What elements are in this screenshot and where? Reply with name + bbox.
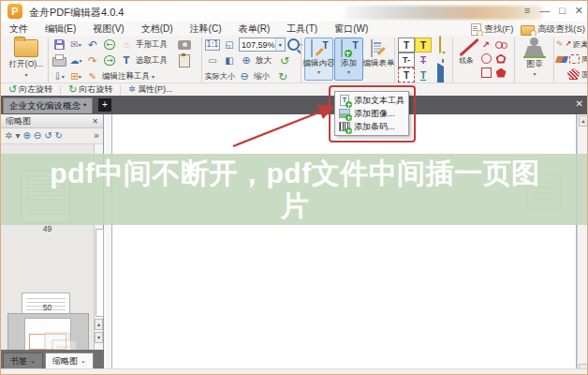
menu-edit[interactable]: 编辑(E) [37, 22, 84, 36]
bookmarks-tab[interactable]: 书签 ⌄ [3, 352, 43, 368]
page-number-49: 49 [1, 224, 94, 233]
export-button[interactable]: ⇩▾ [51, 69, 66, 83]
edit-annot-label[interactable]: 编辑注释工具 [102, 71, 150, 82]
distance-icon: ↗ [566, 40, 572, 48]
actual-size-label[interactable]: 实际大小 [205, 71, 235, 82]
menu-form[interactable]: 表单(R) [229, 22, 278, 36]
menu-icon[interactable]: ≡ [524, 5, 530, 17]
scroll-up-button[interactable]: ▴ [95, 319, 103, 330]
arrow-tool-button[interactable]: ↗ [479, 38, 493, 52]
scroll-down-button[interactable]: ▾ [95, 332, 103, 343]
rotate-view-left-button[interactable]: ↺ [277, 53, 292, 68]
document-tab[interactable]: 企业文化编设概念 * [3, 98, 93, 113]
properties-button[interactable]: ✲ 属性(P)... [125, 83, 176, 96]
new-page-button[interactable]: ⊞▾ [68, 69, 83, 83]
save-button[interactable] [51, 38, 66, 52]
edit-content-button[interactable]: T 编辑内容 ▾ [304, 38, 333, 81]
polygon-outline-tool-button[interactable] [494, 52, 508, 66]
paste-button[interactable] [177, 53, 192, 68]
close-document-button[interactable]: ✕ [576, 98, 583, 109]
menu-document[interactable]: 文档(D) [133, 22, 182, 36]
hand-tool-button[interactable]: ☝ [119, 38, 134, 52]
menu-file[interactable]: 文件 [1, 22, 37, 36]
chevron-down-icon: ▾ [533, 71, 536, 77]
rectangle-tool-button[interactable] [479, 67, 493, 80]
fit-width-button[interactable]: ◧ [222, 53, 237, 68]
callout-tool-button[interactable]: T [398, 68, 415, 82]
hand-tool-label[interactable]: 手形工具 [136, 39, 168, 51]
forward-icon: → [104, 55, 115, 66]
open-button[interactable]: 打开(O)... ▾ [7, 39, 46, 78]
panel-zoom-in-button[interactable]: ⊕ [22, 131, 30, 141]
back-button[interactable]: ← [102, 38, 117, 52]
panel-bottom-tabs: 书签 ⌄ 缩略图 ⌄ [1, 350, 104, 368]
menu-annotate[interactable]: 注释(C) [182, 22, 230, 36]
thumbnails-tab[interactable]: 缩略图 ⌄ [45, 352, 94, 368]
status-strip [1, 368, 588, 375]
stamp-button[interactable]: 图章 ▾ [518, 38, 551, 77]
typewriter-tool-button[interactable]: T [398, 38, 415, 52]
select-tool-button[interactable]: T [119, 53, 134, 68]
new-tab-button[interactable]: + [98, 98, 111, 112]
advanced-find-button[interactable]: 高级查找(S) [521, 22, 585, 36]
edit-form-icon [371, 40, 388, 57]
panel-zoom-out-button[interactable]: ⊖ [34, 131, 41, 141]
snapshot-button[interactable] [177, 38, 192, 52]
doc-scroll-up-button[interactable]: ▴ [579, 115, 588, 127]
fit-page-button[interactable]: ◱ [222, 38, 237, 52]
forward-button[interactable]: → [102, 53, 117, 68]
zoom-in-button[interactable]: ⊕ [239, 53, 254, 68]
textbox-tool-button[interactable]: T- [398, 52, 415, 68]
panel-rotate-right-button[interactable]: ↻ [55, 131, 63, 141]
rotate-right-icon: ↻ [68, 84, 77, 95]
strikethrough-tool-button[interactable]: T [416, 53, 431, 67]
maximize-button[interactable]: □ [559, 5, 566, 17]
edit-annot-button[interactable]: ✎ [85, 69, 100, 83]
note-comment-tool-button[interactable] [439, 37, 441, 53]
rotate-view-right-button[interactable]: ↻ [275, 69, 290, 83]
undo-button[interactable]: ↶ [85, 38, 100, 52]
highlight-text-tool-button[interactable]: T [415, 38, 432, 52]
zoom-level-combo[interactable]: 107,59% ▾ [239, 38, 286, 52]
zoom-in-label[interactable]: 放大 [256, 55, 272, 67]
menu-view[interactable]: 视图(V) [84, 22, 132, 36]
panel-options-button[interactable]: ✲ [5, 131, 12, 141]
print-button[interactable] [51, 53, 66, 68]
email-button[interactable]: ✉▾ [68, 38, 83, 52]
add-button[interactable]: T 添加 ▾ [334, 38, 363, 81]
find-button[interactable]: 查找(F) [471, 23, 513, 36]
minimize-button[interactable]: — [539, 5, 550, 17]
area-tool-button[interactable]: 面积 [556, 68, 588, 81]
cloud-tool-button[interactable] [494, 38, 508, 52]
oval-tool-button[interactable] [479, 52, 493, 66]
select-tool-label[interactable]: 选取工具 [136, 55, 168, 67]
cloud-button[interactable]: ☁▾ [68, 53, 83, 68]
panel-rotate-left-button[interactable]: ↺ [44, 131, 51, 141]
perimeter-tool-button[interactable]: 周长 [556, 52, 588, 66]
distance-tool-button[interactable]: ✎ ↗ 距离 [556, 38, 588, 51]
zoom-out-button[interactable]: ⊖ [237, 69, 252, 83]
panel-scrollbar-thumb[interactable] [96, 229, 104, 317]
page-rect-button[interactable]: ▭ [205, 53, 220, 68]
redo-button[interactable]: ↷ [85, 53, 100, 68]
thumbnail-panel: 缩略图 ✕ ✲ ▾ ⊕ ⊖ ↺ ↻ » 49 50 51 [1, 114, 104, 350]
menu-tools[interactable]: 工具(T) [278, 22, 326, 36]
edit-form-button[interactable]: 编辑表单 [364, 38, 393, 81]
actual-size-button[interactable]: 1:1 [205, 38, 220, 52]
polygon-tool-button[interactable] [494, 67, 508, 80]
fit-width-icon: ◧ [225, 56, 233, 66]
perimeter-icon [569, 54, 580, 64]
line-tool-button[interactable]: 线条 [456, 38, 477, 80]
add-icon: T [341, 40, 358, 57]
rotate-right-button[interactable]: ↻ 向右旋转 [65, 83, 116, 96]
chevron-down-icon[interactable]: ▾ [275, 38, 285, 51]
sound-tool-button[interactable] [434, 67, 448, 83]
rotate-left-button[interactable]: ↺ 向左旋转 [5, 83, 56, 96]
menu-window[interactable]: 窗口(W) [326, 22, 376, 36]
panel-close-button[interactable]: ✕ [92, 117, 98, 126]
zoom-out-label[interactable]: 缩小 [254, 71, 270, 82]
panel-more-button[interactable]: » [94, 131, 99, 141]
close-button[interactable]: ✕ [575, 5, 583, 17]
underline-tool-button[interactable]: T [416, 68, 431, 82]
printer-icon [52, 57, 66, 67]
